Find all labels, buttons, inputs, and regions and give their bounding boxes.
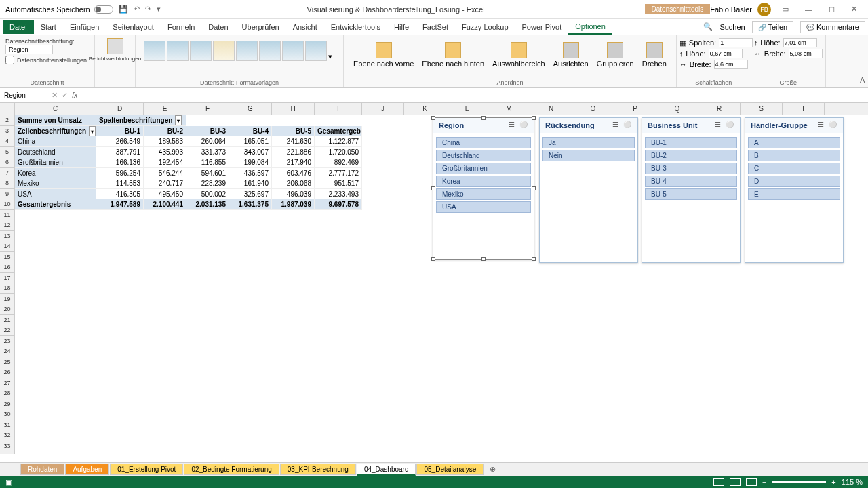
settings-label[interactable]: Datenschnitteinstellungen <box>17 57 87 64</box>
ribbon-tab-power pivot[interactable]: Power Pivot <box>515 20 569 34</box>
row-header[interactable]: 21 <box>0 315 14 326</box>
row-header[interactable]: 13 <box>0 231 14 242</box>
selection-handle[interactable] <box>481 257 486 261</box>
row-header[interactable]: 15 <box>0 252 14 263</box>
button-height-spinner[interactable] <box>709 49 743 58</box>
gallery-more-icon[interactable]: ▾ <box>328 52 332 61</box>
slicer-item[interactable]: China <box>436 137 531 148</box>
row-header[interactable]: 27 <box>0 378 14 389</box>
row-header[interactable]: 25 <box>0 357 14 368</box>
column-header[interactable]: I <box>315 103 362 115</box>
column-header[interactable]: Q <box>656 103 698 115</box>
style-thumb[interactable] <box>144 41 165 61</box>
column-header[interactable]: S <box>741 103 783 115</box>
row-header[interactable]: 23 <box>0 336 14 347</box>
ribbon-tab-überprüfen[interactable]: Überprüfen <box>235 20 286 34</box>
row-header[interactable]: 11 <box>0 210 14 221</box>
row-header[interactable]: 20 <box>0 304 14 315</box>
column-header[interactable]: M <box>488 103 530 115</box>
selection-handle[interactable] <box>532 186 536 190</box>
undo-icon[interactable]: ↶ <box>134 5 140 14</box>
columns-spinner[interactable] <box>719 38 753 47</box>
ribbon-tab-datei[interactable]: Datei <box>3 20 34 34</box>
row-header[interactable]: 30 <box>0 409 14 420</box>
slicer-item[interactable]: A <box>748 137 840 148</box>
slicer-item[interactable]: BU-4 <box>645 176 737 187</box>
style-thumb[interactable] <box>259 41 281 61</box>
save-icon[interactable]: 💾 <box>119 5 128 14</box>
row-header[interactable]: 19 <box>0 294 14 305</box>
row-header[interactable]: 7 <box>0 168 14 179</box>
slicer-item[interactable]: Großbritannien <box>436 163 531 174</box>
row-header[interactable]: 8 <box>0 178 14 189</box>
slicer-region[interactable]: Region☰⚪ChinaDeutschlandGroßbritannienKo… <box>433 117 534 260</box>
sheet-tab[interactable]: 05_Detailanalyse <box>416 464 484 475</box>
row-header[interactable]: 3 <box>0 126 14 137</box>
zoom-slider[interactable] <box>772 481 826 483</box>
ribbon-tab-optionen[interactable]: Optionen <box>568 20 612 35</box>
pivot-row-dropdown[interactable]: Zeilenbeschriftungen▾ <box>15 126 96 137</box>
multi-select-icon[interactable]: ☰ <box>507 121 516 130</box>
style-thumb[interactable] <box>213 41 235 61</box>
report-connections[interactable]: Berichtsverbindungen <box>89 56 141 62</box>
search-icon[interactable]: 🔍 <box>703 22 713 31</box>
style-thumb[interactable] <box>167 41 189 61</box>
zoom-out-icon[interactable]: − <box>762 478 766 486</box>
selection-pane-button[interactable]: Auswahlbereich <box>491 41 547 69</box>
sheet-tab[interactable]: Rohdaten <box>20 464 64 475</box>
slicer-item[interactable]: Korea <box>436 176 531 187</box>
search-label[interactable]: Suchen <box>719 23 745 31</box>
clear-filter-icon[interactable]: ⚪ <box>828 121 837 130</box>
redo-icon[interactable]: ↷ <box>145 5 151 14</box>
slicer-item[interactable]: B <box>748 150 840 161</box>
ribbon-tab-fuzzy lookup[interactable]: Fuzzy Lookup <box>455 20 515 34</box>
row-header[interactable]: 17 <box>0 273 14 284</box>
slicer-item[interactable]: BU-2 <box>645 150 737 161</box>
ribbon-tab-daten[interactable]: Daten <box>201 20 235 34</box>
column-header[interactable]: H <box>272 103 315 115</box>
row-header[interactable]: 24 <box>0 346 14 357</box>
selection-handle[interactable] <box>431 186 435 190</box>
selection-handle[interactable] <box>532 257 536 261</box>
row-header[interactable]: 12 <box>0 220 14 231</box>
zoom-level[interactable]: 115 % <box>842 478 863 486</box>
pivot-col-dropdown[interactable]: Spaltenbeschriftungen▾ <box>96 115 186 126</box>
column-header[interactable]: J <box>362 103 404 115</box>
row-header[interactable]: 32 <box>0 430 14 441</box>
row-header[interactable]: 18 <box>0 283 14 294</box>
slicer-item[interactable]: USA <box>436 201 531 213</box>
row-header[interactable]: 28 <box>0 388 14 399</box>
sheet-tab[interactable]: 03_KPI-Berechnung <box>280 464 356 475</box>
column-header[interactable]: F <box>186 103 229 115</box>
row-header[interactable]: 9 <box>0 189 14 200</box>
accept-formula-icon[interactable]: ✓ <box>62 91 68 100</box>
collapse-ribbon-icon[interactable]: ᐱ <box>860 76 865 85</box>
ribbon-tab-factset[interactable]: FactSet <box>416 20 455 34</box>
ribbon-tab-seitenlayout[interactable]: Seitenlayout <box>106 20 161 34</box>
slicer-height-spinner[interactable] <box>783 38 817 47</box>
close-icon[interactable]: ✕ <box>846 2 863 16</box>
column-header[interactable]: P <box>614 103 656 115</box>
settings-checkbox[interactable] <box>5 56 14 64</box>
column-header[interactable]: K <box>404 103 446 115</box>
row-header[interactable]: 6 <box>0 157 14 168</box>
cancel-formula-icon[interactable]: ✕ <box>52 91 58 100</box>
slicer-item[interactable]: BU-1 <box>645 137 737 148</box>
style-thumb[interactable] <box>236 41 258 61</box>
row-header[interactable]: 29 <box>0 399 14 410</box>
row-header[interactable]: 16 <box>0 262 14 273</box>
row-header[interactable]: 5 <box>0 147 14 158</box>
ribbon-tab-start[interactable]: Start <box>34 20 63 34</box>
row-header[interactable]: 22 <box>0 325 14 336</box>
slicer-business unit[interactable]: Business Unit☰⚪BU-1BU-2BU-3BU-4BU-5 <box>642 117 741 263</box>
slicer-item[interactable]: Deutschland <box>436 150 531 161</box>
group-button[interactable]: Gruppieren <box>595 41 635 69</box>
send-backward-button[interactable]: Ebene nach hinten <box>420 41 486 69</box>
user-avatar[interactable]: FB <box>757 3 771 16</box>
slicer-item[interactable]: BU-3 <box>645 163 737 174</box>
column-header[interactable]: D <box>96 103 144 115</box>
slicer-item[interactable]: D <box>748 176 840 187</box>
style-thumb[interactable] <box>282 41 304 61</box>
page-layout-view-icon[interactable] <box>730 478 741 486</box>
row-header[interactable]: 26 <box>0 367 14 378</box>
